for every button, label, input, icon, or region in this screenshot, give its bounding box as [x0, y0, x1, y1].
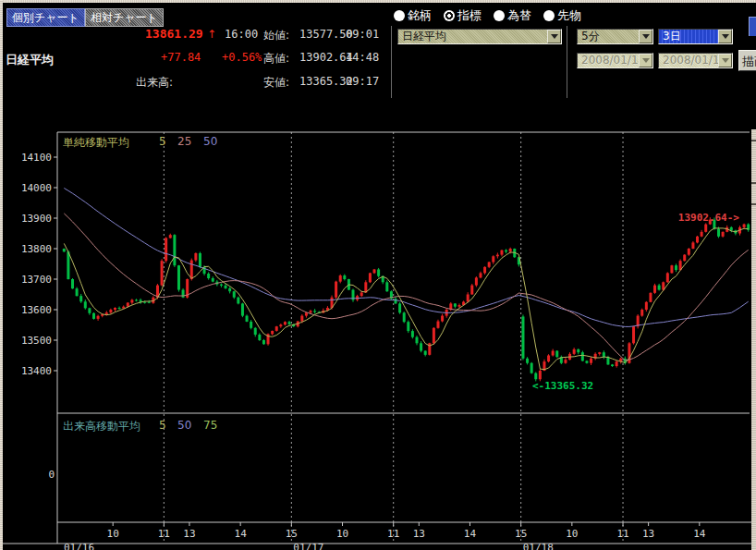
volume-ma-legend: 出来高移動平均 5 50 75: [0, 419, 756, 432]
symbol-combobox[interactable]: 日経平均: [397, 29, 562, 44]
window-border-top: [0, 0, 756, 3]
window-control-fragment: [749, 17, 756, 36]
scrollbar-tick: [751, 203, 756, 205]
date-from-combobox: 2008/01/16: [577, 53, 653, 68]
change-value: +77.84: [161, 51, 201, 64]
svg-text:13900: 13900: [21, 213, 52, 225]
svg-text:13400: 13400: [21, 365, 52, 377]
open-time: 09:01: [346, 28, 379, 41]
radio-sakimono[interactable]: 先物: [543, 7, 581, 24]
svg-text:10: 10: [336, 528, 348, 540]
draw-button[interactable]: 描画: [738, 50, 756, 71]
date-from-value: 2008/01/16: [578, 54, 639, 67]
category-radio-group: 銘柄 指標 為替 先物: [394, 7, 581, 24]
chevron-down-icon[interactable]: [718, 30, 732, 43]
range-combobox[interactable]: 3日: [658, 29, 733, 44]
svg-text:01/17: 01/17: [293, 542, 323, 550]
svg-text:11: 11: [387, 528, 399, 540]
svg-text:13: 13: [183, 528, 195, 540]
vol-ma5-period: 5: [159, 419, 166, 432]
svg-text:15: 15: [515, 528, 527, 540]
radio-icon: [494, 10, 505, 21]
low-time: 09:17: [346, 75, 379, 88]
price-annotation: 13902.64->: [678, 212, 740, 224]
ma25-period: 25: [177, 135, 191, 148]
axis-layer: 1410014000139001380013700136001350013400…: [3, 132, 751, 550]
radio-label: 為替: [507, 7, 531, 24]
chevron-down-icon: [639, 54, 652, 67]
svg-text:01/18: 01/18: [523, 542, 554, 550]
svg-text:13: 13: [413, 528, 425, 540]
symbol-combobox-value: 日経平均: [398, 30, 547, 43]
radio-selected-icon: [444, 10, 455, 21]
range-combobox-value: 3日: [659, 30, 718, 43]
chart-scrollbar[interactable]: [751, 129, 756, 550]
divider: [567, 26, 567, 98]
interval-combobox-value: 5分: [578, 30, 639, 43]
divider: [391, 26, 392, 98]
svg-text:13500: 13500: [21, 335, 52, 347]
svg-text:13800: 13800: [21, 243, 52, 255]
svg-text:11: 11: [616, 528, 628, 540]
vol-ma75-period: 75: [203, 419, 217, 432]
radio-icon: [543, 10, 555, 21]
svg-text:0: 0: [48, 469, 55, 481]
last-time: 16:00: [225, 28, 258, 41]
window-border-left: [0, 0, 3, 550]
svg-text:13600: 13600: [21, 304, 52, 316]
volume-ma-legend-label: 出来高移動平均: [63, 419, 140, 434]
svg-text:11: 11: [158, 528, 170, 540]
chevron-down-icon[interactable]: [547, 30, 561, 43]
radio-kawase[interactable]: 為替: [494, 7, 531, 24]
svg-text:14000: 14000: [21, 182, 52, 194]
radio-meigara[interactable]: 銘柄: [394, 7, 432, 24]
candles-layer: [63, 217, 750, 381]
vol-ma50-period: 50: [177, 419, 191, 432]
svg-text:14: 14: [693, 528, 706, 540]
price-ma-legend: 単純移動平均 5 25 50: [0, 135, 756, 148]
grid-layer: [164, 132, 623, 543]
svg-text:14100: 14100: [21, 152, 52, 164]
volume-label: 出来高:: [136, 75, 173, 91]
ma5-period: 5: [159, 135, 166, 148]
radio-label: 指標: [457, 7, 482, 24]
change-percent: +0.56%: [222, 51, 262, 64]
last-price: 13861.29: [145, 27, 203, 41]
svg-text:14: 14: [235, 528, 248, 540]
svg-text:15: 15: [286, 528, 298, 540]
date-to-value: 2008/01/18: [659, 54, 718, 67]
svg-text:10: 10: [566, 528, 578, 540]
interval-combobox[interactable]: 5分: [577, 29, 653, 44]
svg-text:10: 10: [107, 528, 119, 540]
tab-individual-chart[interactable]: 個別チャート: [6, 8, 85, 27]
scrollbar-tick: [751, 182, 756, 184]
instrument-name: 日経平均: [6, 52, 54, 68]
low-label: 安値:: [263, 75, 289, 91]
chevron-down-icon: [718, 54, 732, 67]
tab-relative-chart[interactable]: 相対チャート: [85, 8, 164, 27]
open-label: 始値:: [263, 28, 289, 43]
radio-label: 銘柄: [408, 7, 432, 24]
price-annotation: <-13365.32: [532, 380, 593, 392]
chevron-down-icon[interactable]: [639, 30, 652, 43]
ma50-period: 50: [203, 135, 217, 148]
ma-legend-label: 単純移動平均: [63, 135, 129, 151]
radio-label: 先物: [557, 7, 581, 24]
radio-shihyo[interactable]: 指標: [444, 7, 482, 24]
high-label: 高値:: [263, 51, 289, 67]
svg-text:13: 13: [642, 528, 654, 540]
high-time: 14:48: [346, 51, 379, 64]
radio-icon: [394, 10, 405, 21]
annotations-layer: 13902.64-><-13365.32: [532, 212, 739, 392]
up-arrow-icon: ↑: [207, 28, 216, 41]
svg-text:14: 14: [464, 528, 477, 540]
ma-lines-layer: [64, 189, 748, 370]
date-to-combobox: 2008/01/18: [658, 53, 733, 68]
svg-text:13700: 13700: [21, 274, 52, 286]
svg-text:01/16: 01/16: [64, 542, 94, 550]
